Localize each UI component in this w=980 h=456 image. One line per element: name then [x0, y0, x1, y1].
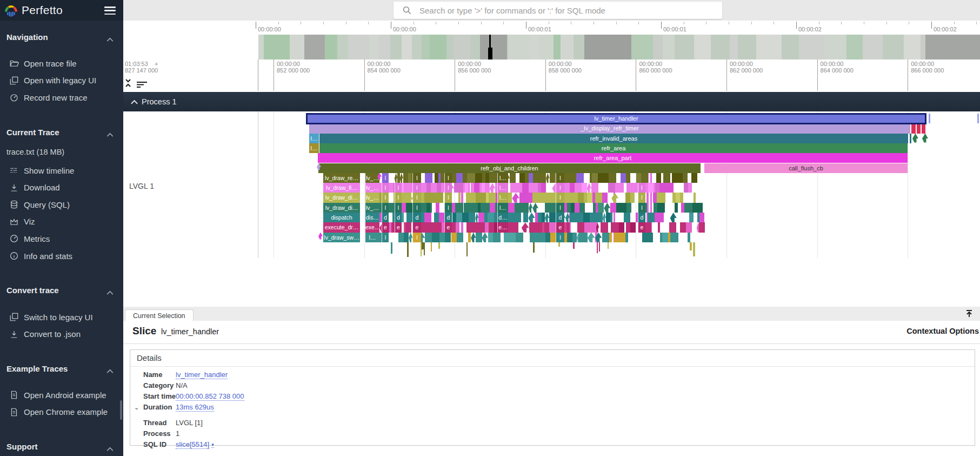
- sql-id-dropdown-icon[interactable]: ▾: [211, 442, 214, 448]
- letter-slice[interactable]: l: [556, 183, 564, 193]
- micro-slice[interactable]: [683, 173, 688, 183]
- micro-slice[interactable]: [464, 203, 469, 213]
- micro-slice[interactable]: [470, 193, 476, 202]
- slice-lv_draw_fi…[interactable]: lv_draw_fi…: [323, 183, 360, 193]
- micro-slice[interactable]: [662, 233, 668, 242]
- micro-slice[interactable]: [431, 193, 438, 202]
- micro-slice[interactable]: [542, 213, 545, 222]
- slice-lv_…[interactable]: lv_…: [365, 183, 379, 193]
- micro-slice[interactable]: [544, 193, 548, 202]
- slice-exe…[interactable]: exe…: [365, 222, 379, 232]
- micro-slice[interactable]: [666, 183, 674, 193]
- tiny-slice-arrow[interactable]: [471, 233, 476, 242]
- micro-slice[interactable]: [550, 173, 555, 183]
- micro-slice[interactable]: [624, 213, 630, 222]
- micro-slice[interactable]: [688, 203, 692, 213]
- micro-slice[interactable]: [688, 183, 692, 193]
- micro-slice[interactable]: [516, 183, 523, 193]
- letter-slice[interactable]: l: [444, 193, 452, 202]
- micro-slice[interactable]: [579, 233, 585, 242]
- micro-slice[interactable]: [550, 233, 556, 242]
- detail-value-name[interactable]: lv_timer_handler: [176, 371, 228, 379]
- micro-slice[interactable]: [656, 173, 661, 183]
- micro-slice[interactable]: [610, 213, 612, 222]
- micro-slice[interactable]: [537, 193, 544, 202]
- tab-current-selection[interactable]: Current Selection: [125, 309, 194, 321]
- micro-slice[interactable]: [626, 183, 632, 193]
- letter-slice[interactable]: l: [412, 203, 421, 213]
- micro-slice[interactable]: [403, 173, 408, 183]
- micro-slice[interactable]: [541, 173, 546, 183]
- micro-slice[interactable]: [541, 183, 546, 193]
- micro-slice[interactable]: [532, 222, 537, 232]
- micro-slice[interactable]: [519, 203, 523, 213]
- micro-slice[interactable]: [431, 183, 437, 193]
- micro-slice[interactable]: [409, 222, 411, 232]
- tiny-slice-arrow[interactable]: [528, 213, 535, 222]
- micro-slice[interactable]: [455, 203, 461, 213]
- letter-slice[interactable]: l: [412, 193, 421, 202]
- deep-stack-slice[interactable]: [533, 242, 535, 253]
- micro-slice[interactable]: [602, 233, 610, 242]
- letter-slice[interactable]: l: [395, 183, 402, 193]
- letter-slice[interactable]: e: [395, 222, 402, 232]
- sidebar-item-metrics[interactable]: Metrics: [0, 231, 123, 246]
- tiny-slice-arrow[interactable]: [604, 203, 610, 213]
- tiny-slice-arrow[interactable]: [670, 213, 677, 222]
- micro-slice[interactable]: [613, 222, 619, 232]
- micro-slice[interactable]: [481, 213, 484, 222]
- deep-stack-slice[interactable]: [573, 242, 575, 249]
- incomplete-slice-arrow[interactable]: [922, 134, 928, 143]
- slice-call_flush_cb[interactable]: call_flush_cb: [704, 163, 908, 173]
- deep-stack-slice[interactable]: [391, 242, 392, 254]
- micro-slice[interactable]: [610, 203, 616, 213]
- micro-slice[interactable]: [439, 233, 445, 242]
- micro-slice[interactable]: [488, 213, 495, 222]
- micro-slice[interactable]: [530, 233, 534, 242]
- micro-slice[interactable]: [658, 213, 662, 222]
- micro-slice[interactable]: [691, 173, 697, 183]
- micro-slice[interactable]: [595, 193, 602, 202]
- slice-lv_draw_di…[interactable]: lv_draw_di…: [323, 193, 360, 202]
- micro-slice[interactable]: [571, 203, 575, 213]
- micro-slice[interactable]: [469, 203, 475, 213]
- micro-slice[interactable]: [655, 183, 659, 193]
- micro-slice[interactable]: [658, 222, 660, 232]
- micro-slice[interactable]: [644, 173, 648, 183]
- tiny-slice-arrow[interactable]: [587, 183, 591, 193]
- micro-slice[interactable]: [544, 222, 549, 232]
- sidebar-item-open-android-example[interactable]: Open Android example: [0, 387, 123, 402]
- search-input[interactable]: Search or type '>' for commands or ':' f…: [394, 2, 722, 19]
- micro-slice[interactable]: [457, 233, 463, 242]
- expand-panel-icon[interactable]: [965, 309, 974, 318]
- micro-slice[interactable]: [538, 213, 542, 222]
- deep-stack-slice[interactable]: [422, 242, 423, 249]
- deep-stack-slice[interactable]: [424, 242, 425, 256]
- micro-slice[interactable]: [545, 233, 550, 242]
- letter-slice[interactable]: e…: [497, 222, 508, 232]
- slice-lv_…[interactable]: lv_…: [365, 203, 379, 213]
- micro-slice[interactable]: [692, 203, 697, 213]
- deep-stack-slice[interactable]: [608, 242, 609, 249]
- sidebar-item-info-and-stats[interactable]: Info and stats: [0, 248, 123, 263]
- micro-slice[interactable]: [474, 183, 479, 193]
- tiny-slice-arrow[interactable]: [482, 233, 488, 242]
- micro-slice[interactable]: [479, 222, 485, 232]
- micro-slice[interactable]: [456, 173, 463, 183]
- deep-stack-slice[interactable]: [438, 242, 440, 249]
- micro-slice[interactable]: [537, 222, 542, 232]
- micro-slice[interactable]: [567, 203, 571, 213]
- letter-slice[interactable]: d: [395, 213, 402, 222]
- deep-stack-slice[interactable]: [431, 242, 432, 252]
- letter-slice[interactable]: l: [382, 193, 389, 202]
- micro-slice[interactable]: [598, 213, 602, 222]
- collapse-tracks-icon[interactable]: [124, 78, 132, 88]
- viewport-marker[interactable]: [489, 35, 491, 48]
- micro-slice[interactable]: [423, 183, 426, 193]
- micro-slice[interactable]: [657, 203, 665, 213]
- micro-slice[interactable]: [508, 233, 516, 242]
- micro-slice[interactable]: [598, 173, 604, 183]
- micro-slice[interactable]: [694, 193, 696, 202]
- sidebar-section-current-trace[interactable]: Current Trace: [0, 128, 123, 138]
- slice-refr_area_part[interactable]: refr_area_part: [318, 153, 908, 163]
